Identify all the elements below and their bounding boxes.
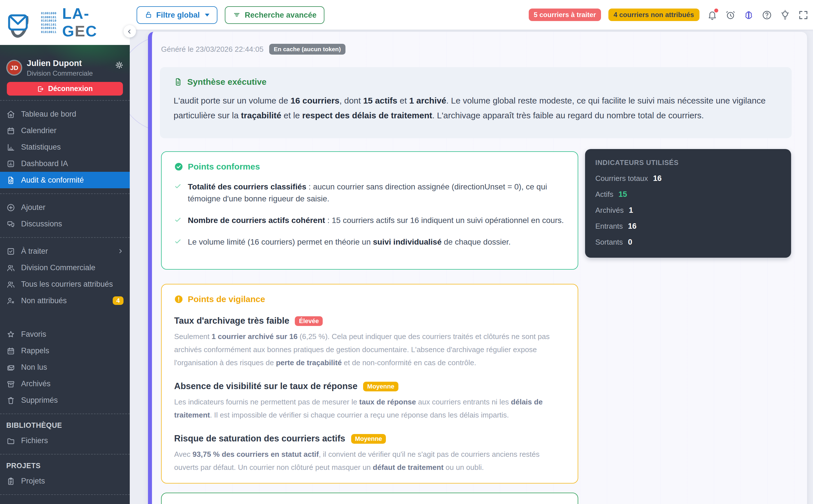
- vigilance-items: Taux d'archivage très faibleÉlevéeSeulem…: [174, 316, 565, 474]
- logout-label: Déconnexion: [48, 85, 93, 93]
- advanced-search-button[interactable]: Recherche avancée: [225, 6, 324, 24]
- global-filter-label: Filtre global: [156, 11, 200, 19]
- conform-item-text: Totalité des courriers classifiés : aucu…: [188, 181, 565, 205]
- sidebar-item-fichiers[interactable]: Fichiers: [0, 432, 129, 449]
- vigilance-item-title: Risque de saturation des courriers actif…: [174, 433, 345, 444]
- sidebar-item-tableau-de-bord[interactable]: Tableau de bord: [0, 106, 129, 122]
- brain-icon[interactable]: [743, 9, 754, 20]
- sidebar-item-supprimés[interactable]: Supprimés: [0, 392, 129, 408]
- sidebar-item-à-traiter[interactable]: À traiter: [0, 243, 129, 259]
- sidebar-item-label: Discussions: [21, 220, 62, 228]
- unassigned-count-badge[interactable]: 4 courriers non attribués: [608, 9, 699, 21]
- sidebar-item-label: Dashboard IA: [21, 159, 68, 168]
- vigilance-item-title: Taux d'archivage très faible: [174, 316, 289, 326]
- summary-body: L'audit porte sur un volume de 16 courri…: [174, 93, 778, 123]
- topbar-right: 5 courriers à traiter4 courriers non att…: [529, 9, 808, 21]
- sidebar-item-label: Division Commerciale: [21, 263, 95, 272]
- notification-dot: [714, 8, 718, 12]
- sidebar-item-tous-les-courriers-attribués[interactable]: Tous les courriers attribués: [0, 276, 129, 292]
- logout-button[interactable]: Déconnexion: [7, 82, 123, 96]
- unassigned-badge: 4: [113, 296, 123, 305]
- sidebar-item-label: Audit & conformité: [21, 176, 84, 184]
- sidebar-item-label: Calendrier: [21, 126, 57, 135]
- sidebar-item-audit-conformité[interactable]: Audit & conformité: [0, 172, 129, 188]
- severity-badge: Moyenne: [363, 381, 398, 391]
- global-filter-button[interactable]: Filtre global: [136, 6, 217, 24]
- caret-down-icon: [205, 13, 209, 16]
- gear-icon[interactable]: [114, 60, 124, 70]
- indicators-panel: INDICATEURS UTILISÉS Courriers totaux16A…: [585, 149, 791, 258]
- sidebar-item-rappels[interactable]: Rappels: [0, 342, 129, 359]
- sidebar-item-label: Ajouter: [21, 203, 46, 212]
- star-icon: [6, 330, 15, 339]
- vigilance-item: Risque de saturation des courriers actif…: [174, 433, 565, 474]
- alarm-icon[interactable]: [725, 9, 736, 20]
- sidebar-item-non-attribués[interactable]: Non attribués4: [0, 292, 129, 309]
- conform-item-text: Le volume limité (16 courriers) permet e…: [188, 236, 511, 248]
- sidebar-item-projets[interactable]: Projets: [0, 473, 129, 489]
- check-circle-icon: [174, 162, 183, 171]
- logo-binary-text: 0100100001000101010100100100110101000101…: [41, 11, 57, 34]
- report-columns: Points conformes Totalité des courriers …: [161, 151, 791, 270]
- indicator-label: Courriers totaux: [595, 174, 648, 183]
- vigilance-item-title: Absence de visibilité sur le taux de rép…: [174, 381, 357, 391]
- sidebar-item-favoris[interactable]: Favoris: [0, 326, 129, 342]
- folder-icon: [6, 436, 15, 445]
- topbar: Filtre global Recherche avancée 5 courri…: [129, 0, 813, 30]
- summary-title-label: Synthèse exécutive: [187, 77, 267, 86]
- file-text-icon: [174, 77, 183, 86]
- sidebar-item-dashboard-ia[interactable]: Dashboard IA: [0, 155, 129, 172]
- conform-title-label: Points conformes: [188, 162, 260, 171]
- plus-circle-icon: [6, 203, 15, 212]
- check-icon: [174, 238, 181, 245]
- sidebar-item-label: Supprimés: [21, 396, 58, 404]
- sidebar-item-label: Tous les courriers attribués: [21, 280, 113, 288]
- sidebar-item-statistiques[interactable]: Statistiques: [0, 139, 129, 155]
- sidebar-item-discussions[interactable]: Discussions: [0, 216, 129, 232]
- help-icon[interactable]: [761, 9, 772, 20]
- dashboard-icon: [6, 159, 15, 168]
- todo-count-badge[interactable]: 5 courriers à traiter: [529, 9, 601, 21]
- conform-points-card: Points conformes Totalité des courriers …: [161, 151, 578, 270]
- indicator-rows: Courriers totaux16Actifs15Archivés1Entra…: [595, 174, 781, 246]
- users-icon: [6, 280, 15, 289]
- sidebar-item-label: Favoris: [21, 330, 46, 338]
- sidebar-section-projets: PROJETS: [0, 455, 129, 473]
- vigilance-title-label: Points de vigilance: [188, 294, 265, 304]
- bulb-icon[interactable]: [779, 9, 790, 20]
- user-division: Division Commerciale: [27, 69, 93, 77]
- conform-item-text: Nombre de courriers actifs cohérent : 15…: [188, 214, 564, 226]
- indicator-label: Archivés: [595, 206, 624, 214]
- main-content: Généré le 23/03/2026 22:44:05 En cache (…: [129, 30, 813, 504]
- user-x-icon: [6, 296, 15, 305]
- chats-icon: [6, 219, 15, 228]
- summary-title: Synthèse exécutive: [174, 77, 778, 86]
- chart-column-icon: [6, 142, 15, 152]
- sidebar-collapse-button[interactable]: [123, 25, 136, 38]
- logout-icon: [37, 85, 44, 92]
- logo: 0100100001000101010100100100110101000101…: [0, 0, 129, 45]
- sidebar-item-division-commerciale[interactable]: Division Commerciale: [0, 259, 129, 276]
- vigilance-item: Taux d'archivage très faibleÉlevéeSeulem…: [174, 316, 565, 369]
- indicator-value: 16: [653, 174, 662, 183]
- sidebar-body: JD Julien Dupont Division Commerciale Dé…: [0, 45, 129, 504]
- sidebar-item-calendrier[interactable]: Calendrier: [0, 122, 129, 139]
- sidebar-item-archivés[interactable]: Archivés: [0, 375, 129, 392]
- check-square-icon: [6, 247, 15, 256]
- sidebar-item-ajouter[interactable]: Ajouter: [0, 199, 129, 216]
- maximize-icon[interactable]: [798, 9, 808, 20]
- vigilance-title: Points de vigilance: [174, 294, 565, 304]
- generated-timestamp: Généré le 23/03/2026 22:44:05: [161, 45, 263, 53]
- users-icon: [6, 263, 15, 272]
- user-card: JD Julien Dupont Division Commerciale Dé…: [0, 45, 129, 100]
- bell-icon[interactable]: [707, 9, 717, 20]
- conform-item: Le volume limité (16 courriers) permet e…: [174, 236, 565, 248]
- check-icon: [174, 216, 181, 224]
- sidebar-item-non-lus[interactable]: Non lus: [0, 359, 129, 375]
- executive-summary-panel: Synthèse exécutive L'audit porte sur un …: [160, 67, 792, 138]
- audit-report-card: Généré le 23/03/2026 22:44:05 En cache (…: [148, 32, 807, 504]
- indicator-value: 15: [619, 190, 627, 199]
- divider: [0, 494, 129, 495]
- indicator-value: 16: [628, 222, 637, 230]
- indicator-value: 0: [628, 238, 632, 246]
